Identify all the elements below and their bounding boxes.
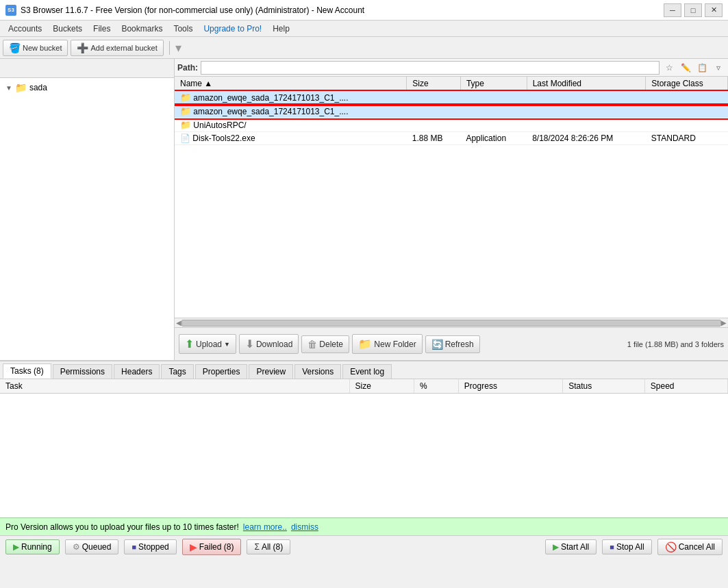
- running-button[interactable]: ▶ Running: [5, 539, 60, 554]
- new-bucket-icon: 🪣: [9, 42, 21, 53]
- cell-type: [460, 105, 527, 118]
- tab-headers[interactable]: Headers: [114, 364, 160, 379]
- menu-buckets[interactable]: Buckets: [47, 23, 88, 35]
- start-all-button[interactable]: ▶ Start All: [545, 539, 597, 554]
- cell-type: [460, 118, 527, 132]
- col-name[interactable]: Name ▲: [175, 77, 407, 91]
- dismiss-link[interactable]: dismiss: [291, 522, 318, 532]
- learn-more-link[interactable]: learn more..: [243, 522, 287, 532]
- status-bar: ▶ Running ⚙ Queued ■ Stopped ▶ Failed (8…: [0, 535, 728, 557]
- menu-accounts[interactable]: Accounts: [3, 23, 47, 35]
- col-size[interactable]: Size: [407, 77, 461, 91]
- add-external-bucket-button[interactable]: ➕ Add external bucket: [71, 40, 163, 56]
- tab-tags[interactable]: Tags: [161, 364, 193, 379]
- tasks-header-row: Task Size % Progress Status Speed: [0, 379, 728, 394]
- maximize-button[interactable]: □: [684, 3, 702, 17]
- refresh-button[interactable]: 🔄 Refresh: [425, 335, 480, 353]
- queued-button[interactable]: ⚙ Queued: [65, 539, 119, 554]
- cell-storage-class: [646, 118, 728, 132]
- close-button[interactable]: ✕: [705, 3, 723, 17]
- stop-all-icon: ■: [610, 543, 614, 551]
- tab-preview[interactable]: Preview: [249, 364, 293, 379]
- upload-icon: ⬆: [185, 337, 194, 350]
- tasks-col-speed[interactable]: Speed: [644, 379, 727, 394]
- app-icon: S3: [5, 5, 16, 16]
- file-table: Name ▲ Size Type Last Modified Storage C…: [175, 77, 728, 145]
- table-row[interactable]: 📁 amazon_ewqe_sada_1724171013_C1_....: [175, 105, 728, 118]
- menu-tools[interactable]: Tools: [168, 23, 198, 35]
- tasks-col-percent[interactable]: %: [414, 379, 459, 394]
- tab-properties[interactable]: Properties: [195, 364, 248, 379]
- col-last-modified[interactable]: Last Modified: [527, 77, 646, 91]
- failed-button[interactable]: ▶ Failed (8): [182, 539, 242, 555]
- cancel-all-button[interactable]: 🚫 Cancel All: [657, 539, 723, 555]
- cell-last-modified: [527, 118, 646, 132]
- cell-name: 📁 amazon_ewqe_sada_1724171013_C1_....: [175, 91, 407, 105]
- cell-size: [407, 118, 461, 132]
- folder-icon: 📁: [180, 106, 191, 116]
- table-row[interactable]: 📁 UniAutosRPC/: [175, 118, 728, 132]
- tab-tasks[interactable]: Tasks (8): [3, 363, 51, 379]
- tree-item-sada[interactable]: ▼ 📁 sada: [3, 81, 171, 94]
- delete-button[interactable]: 🗑 Delete: [301, 335, 349, 353]
- path-filter-icon[interactable]: ▿: [712, 61, 725, 75]
- tasks-col-status[interactable]: Status: [563, 379, 645, 394]
- cell-size: [407, 105, 461, 118]
- queued-icon: ⚙: [73, 542, 80, 552]
- failed-icon: ▶: [190, 541, 197, 552]
- col-storage-class[interactable]: Storage Class: [646, 77, 728, 91]
- new-folder-label: New Folder: [374, 340, 416, 349]
- running-icon: ▶: [13, 542, 19, 552]
- download-label: Download: [256, 340, 292, 349]
- file-table-container: Name ▲ Size Type Last Modified Storage C…: [175, 77, 728, 318]
- cell-storage-class: [646, 105, 728, 118]
- stop-all-label: Stop All: [616, 542, 644, 552]
- horizontal-scrollbar[interactable]: [181, 320, 721, 327]
- path-bookmark-icon[interactable]: ☆: [662, 61, 676, 75]
- path-input[interactable]: [201, 61, 660, 75]
- cancel-all-icon: 🚫: [665, 541, 677, 552]
- all-icon: Σ: [254, 542, 259, 552]
- refresh-icon: 🔄: [431, 339, 443, 350]
- title-bar-controls: ─ □ ✕: [664, 3, 723, 17]
- menu-bookmarks[interactable]: Bookmarks: [116, 23, 168, 35]
- folder-icon: 📁: [180, 120, 191, 130]
- tasks-col-size[interactable]: Size: [349, 379, 414, 394]
- tasks-col-progress[interactable]: Progress: [458, 379, 562, 394]
- app-title: S3 Browser 11.6.7 - Free Version (for no…: [21, 5, 364, 15]
- path-copy-icon[interactable]: 📋: [695, 61, 709, 75]
- minimize-button[interactable]: ─: [664, 3, 681, 17]
- menu-upgrade[interactable]: Upgrade to Pro!: [198, 23, 267, 35]
- col-type[interactable]: Type: [460, 77, 527, 91]
- left-panel: ▼ 📁 sada: [0, 59, 175, 360]
- cell-name: 📁 UniAutosRPC/: [175, 118, 407, 132]
- tasks-col-task[interactable]: Task: [0, 379, 349, 394]
- horizontal-scrollbar-area: ◀ ▶: [175, 318, 728, 327]
- tasks-table-container: Task Size % Progress Status Speed: [0, 379, 728, 517]
- add-external-label: Add external bucket: [90, 44, 157, 52]
- table-row[interactable]: 📄 Disk-Tools22.exe 1.88 MB Application 8…: [175, 132, 728, 145]
- tab-versions[interactable]: Versions: [294, 364, 341, 379]
- bucket-icon: 📁: [15, 82, 27, 93]
- tab-event-log[interactable]: Event log: [342, 364, 392, 379]
- menu-files[interactable]: Files: [88, 23, 116, 35]
- tab-permissions[interactable]: Permissions: [53, 364, 112, 379]
- upload-button[interactable]: ⬆ Upload ▼: [179, 334, 236, 354]
- cell-size: 1.88 MB: [407, 132, 461, 145]
- cell-storage-class: STANDARD: [646, 132, 728, 145]
- stopped-button[interactable]: ■ Stopped: [124, 539, 176, 554]
- upload-dropdown-arrow[interactable]: ▼: [224, 341, 230, 348]
- new-bucket-button[interactable]: 🪣 New bucket: [3, 40, 68, 56]
- path-edit-icon[interactable]: ✏️: [679, 61, 692, 75]
- menu-help[interactable]: Help: [267, 23, 295, 35]
- stop-all-button[interactable]: ■ Stop All: [602, 539, 651, 554]
- download-button[interactable]: ⬇ Download: [239, 334, 299, 354]
- start-all-icon: ▶: [553, 542, 559, 552]
- all-button[interactable]: Σ All (8): [247, 539, 290, 554]
- table-row[interactable]: 📁 amazon_ewqe_sada_1724171013_C1_....: [175, 91, 728, 105]
- queued-label: Queued: [82, 542, 112, 552]
- new-folder-button[interactable]: 📁 New Folder: [352, 334, 422, 354]
- cell-name: 📁 amazon_ewqe_sada_1724171013_C1_....: [175, 105, 407, 118]
- tree-expand-arrow: ▼: [5, 84, 12, 92]
- cell-type: Application: [460, 132, 527, 145]
